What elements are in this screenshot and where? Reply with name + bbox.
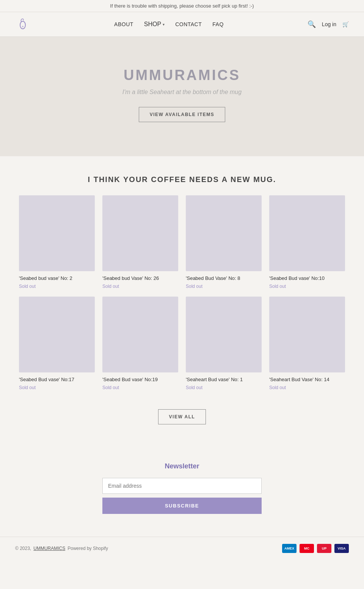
product-title: 'Seabed bud vase' No: 2: [19, 275, 95, 282]
site-header: ABOUT SHOP ▾ CONTACT FAQ 🔍 Log in 🛒: [0, 12, 364, 37]
product-image: [269, 195, 345, 271]
product-status: Sold out: [102, 385, 178, 390]
logo[interactable]: [15, 17, 30, 32]
products-grid: 'Seabed bud vase' No: 2 Sold out 'Seabed…: [19, 195, 345, 390]
powered-by: Powered by Shopify: [67, 546, 108, 551]
login-button[interactable]: Log in: [322, 21, 336, 27]
products-heading: I THINK YOUR COFFEE NEEDS A NEW MUG.: [0, 156, 364, 195]
brand-link[interactable]: UMMURAMICS: [33, 546, 65, 551]
product-status: Sold out: [19, 385, 95, 390]
newsletter-section: Newsletter SUBSCRIBE: [0, 443, 364, 537]
nav-contact[interactable]: CONTACT: [175, 21, 202, 27]
site-footer: © 2023, UMMURAMICS Powered by Shopify AM…: [0, 537, 364, 560]
product-card[interactable]: 'Seabed Bud vase' No:19 Sold out: [102, 297, 178, 390]
announcement-bar: If there is trouble with shipping, pleas…: [0, 0, 364, 12]
product-image: [186, 195, 262, 271]
hero-cta-button[interactable]: VIEW AVAILABLE ITEMS: [139, 107, 225, 122]
svg-point-1: [22, 26, 24, 27]
product-status: Sold out: [102, 284, 178, 289]
product-image: [19, 195, 95, 271]
payment-amex-icon: AMEX: [282, 544, 297, 553]
cart-icon: 🛒: [342, 21, 349, 27]
chevron-down-icon: ▾: [163, 22, 165, 27]
hero-title: UMMURAMICS: [124, 67, 240, 83]
product-card[interactable]: 'Seabed Bud vase' No:17 Sold out: [19, 297, 95, 390]
copyright-text: © 2023,: [15, 546, 31, 551]
nav-shop-label: SHOP: [144, 21, 161, 28]
product-title: 'Seabed bud Vase' No: 26: [102, 275, 178, 282]
product-card[interactable]: 'Seabed Bud Vase' No: 8 Sold out: [186, 195, 262, 289]
nav-shop[interactable]: SHOP ▾: [144, 21, 165, 28]
product-title: 'Seaheart Bud vase' No: 1: [186, 376, 262, 383]
newsletter-title: Newsletter: [102, 462, 262, 470]
subscribe-button[interactable]: SUBSCRIBE: [102, 498, 262, 514]
view-all-container: VIEW ALL: [0, 398, 364, 443]
product-status: Sold out: [186, 284, 262, 289]
payment-visa-icon: VISA: [334, 544, 349, 553]
product-title: 'Seabed Bud vase' No:10: [269, 275, 345, 282]
product-title: 'Seabed Bud vase' No:19: [102, 376, 178, 383]
header-actions: 🔍 Log in 🛒: [308, 20, 349, 28]
main-nav: ABOUT SHOP ▾ CONTACT FAQ: [114, 21, 224, 28]
nav-faq[interactable]: FAQ: [212, 21, 224, 27]
nav-about[interactable]: ABOUT: [114, 21, 133, 27]
product-card[interactable]: 'Seabed bud Vase' No: 26 Sold out: [102, 195, 178, 289]
svg-point-0: [20, 21, 25, 29]
email-field[interactable]: [102, 478, 262, 494]
login-label: Log in: [322, 21, 336, 27]
hero-subtitle: I'm a little Seaheart at the bottom of t…: [122, 89, 242, 96]
product-image: [186, 297, 262, 372]
payment-mastercard-icon: MC: [300, 544, 314, 553]
search-icon: 🔍: [308, 20, 316, 28]
product-image: [102, 297, 178, 372]
products-section: I THINK YOUR COFFEE NEEDS A NEW MUG. 'Se…: [0, 156, 364, 443]
search-button[interactable]: 🔍: [308, 20, 316, 28]
hero-section: UMMURAMICS I'm a little Seaheart at the …: [0, 37, 364, 156]
product-image: [102, 195, 178, 271]
product-status: Sold out: [186, 385, 262, 390]
product-title: 'Seabed Bud vase' No:17: [19, 376, 95, 383]
product-title: 'Seabed Bud Vase' No: 8: [186, 275, 262, 282]
product-image: [269, 297, 345, 372]
product-title: 'Seaheart Bud Vase' No: 14: [269, 376, 345, 383]
product-status: Sold out: [269, 385, 345, 390]
product-card[interactable]: 'Seabed Bud vase' No:10 Sold out: [269, 195, 345, 289]
product-card[interactable]: 'Seaheart Bud vase' No: 1 Sold out: [186, 297, 262, 390]
payment-icons: AMEX MC UP VISA: [282, 544, 349, 553]
product-card[interactable]: 'Seabed bud vase' No: 2 Sold out: [19, 195, 95, 289]
product-card[interactable]: 'Seaheart Bud Vase' No: 14 Sold out: [269, 297, 345, 390]
product-image: [19, 297, 95, 372]
product-status: Sold out: [269, 284, 345, 289]
cart-button[interactable]: 🛒: [342, 21, 349, 27]
logo-icon: [15, 17, 30, 32]
product-status: Sold out: [19, 284, 95, 289]
footer-copyright: © 2023, UMMURAMICS Powered by Shopify: [15, 546, 108, 551]
payment-union-icon: UP: [317, 544, 331, 553]
view-all-button[interactable]: VIEW ALL: [158, 409, 206, 424]
announcement-text: If there is trouble with shipping, pleas…: [110, 3, 254, 9]
